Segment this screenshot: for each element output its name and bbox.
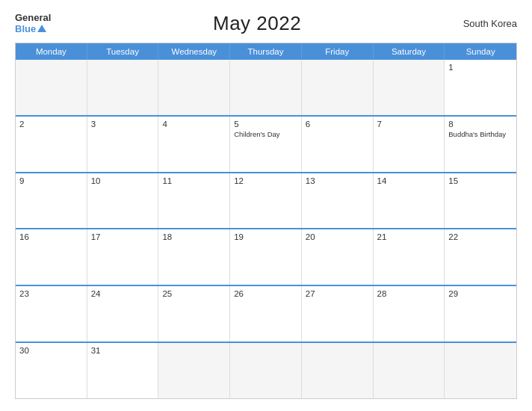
day-cell-0-4 [302,60,374,115]
day-cell-0-5 [374,60,445,115]
day-cell-3-2: 18 [158,229,230,285]
day-cell-1-2: 4 [158,117,230,172]
day-event: Children's Day [234,130,297,139]
day-cell-4-3: 26 [230,286,302,342]
logo-general-text: General [15,13,51,23]
day-cell-4-4: 27 [302,286,374,342]
header-monday: Monday [16,43,87,60]
day-cell-2-6: 15 [445,173,516,229]
calendar-grid: Monday Tuesday Wednesday Thursday Friday… [15,43,517,399]
day-cell-2-3: 12 [230,173,302,229]
day-number: 1 [448,63,513,72]
day-number: 13 [306,176,369,185]
day-cell-1-0: 2 [16,117,87,172]
day-cell-1-3: 5Children's Day [230,117,302,172]
day-number: 20 [306,232,369,241]
calendar-body: 12345Children's Day678Buddha's Birthday9… [16,60,516,398]
day-number: 6 [306,120,369,129]
header-thursday: Thursday [230,43,302,60]
day-cell-4-1: 24 [87,286,159,342]
header: General Blue May 2022 South Korea [15,12,517,35]
day-number: 27 [306,289,369,298]
day-cell-0-0 [16,60,87,115]
header-tuesday: Tuesday [87,43,159,60]
header-friday: Friday [302,43,374,60]
day-cell-2-4: 13 [302,173,374,229]
day-cell-5-6 [445,343,516,398]
day-number: 7 [377,120,441,129]
day-number: 3 [91,120,155,129]
week-row-3: 9101112131415 [16,172,516,229]
day-cell-4-0: 23 [16,286,87,342]
day-number: 12 [234,176,297,185]
day-number: 18 [162,232,226,241]
day-cell-0-6: 1 [445,60,516,115]
day-number: 4 [162,120,226,129]
day-cell-5-3 [230,343,302,398]
week-row-1: 1 [16,60,516,115]
day-number: 17 [91,232,155,241]
week-row-2: 2345Children's Day678Buddha's Birthday [16,115,516,172]
day-cell-4-5: 28 [374,286,445,342]
day-number: 19 [234,232,297,241]
header-wednesday: Wednesday [158,43,230,60]
day-number: 2 [19,120,83,129]
week-row-4: 16171819202122 [16,228,516,285]
week-row-5: 23242526272829 [16,285,516,342]
day-cell-3-4: 20 [302,229,374,285]
day-number: 24 [91,289,155,298]
day-cell-5-5 [374,343,445,398]
day-cell-1-4: 6 [302,117,374,172]
logo-triangle-icon [37,25,46,32]
day-cell-5-1: 31 [87,343,159,398]
day-number: 21 [377,232,441,241]
day-cell-2-1: 10 [87,173,159,229]
day-number: 9 [19,176,83,185]
day-cell-3-0: 16 [16,229,87,285]
day-cell-0-1 [87,60,159,115]
day-cell-3-1: 17 [87,229,159,285]
day-number: 28 [377,289,441,298]
day-cell-4-2: 25 [158,286,230,342]
day-cell-3-6: 22 [445,229,516,285]
country-label: South Korea [463,18,517,29]
day-cell-1-6: 8Buddha's Birthday [445,117,516,172]
day-number: 14 [377,176,441,185]
day-event: Buddha's Birthday [448,130,513,139]
day-cell-5-4 [302,343,374,398]
day-cell-4-6: 29 [445,286,516,342]
day-number: 15 [448,176,513,185]
day-number: 22 [448,232,513,241]
day-cell-0-2 [158,60,230,115]
day-cell-2-0: 9 [16,173,87,229]
week-row-6: 3031 [16,342,516,398]
day-number: 8 [448,120,513,129]
day-number: 5 [234,120,297,129]
day-cell-5-2 [158,343,230,398]
day-number: 10 [91,176,155,185]
day-cell-1-1: 3 [87,117,159,172]
day-cell-2-5: 14 [374,173,445,229]
calendar-page: General Blue May 2022 South Korea Monday… [0,0,532,411]
day-number: 31 [91,346,155,355]
day-cell-3-5: 21 [374,229,445,285]
header-sunday: Sunday [445,43,516,60]
day-cell-0-3 [230,60,302,115]
day-number: 16 [19,232,83,241]
day-number: 11 [162,176,226,185]
header-saturday: Saturday [374,43,445,60]
day-number: 29 [448,289,513,298]
day-number: 25 [162,289,226,298]
day-number: 30 [19,346,83,355]
day-cell-2-2: 11 [158,173,230,229]
logo-blue-text: Blue [15,24,51,34]
calendar-title: May 2022 [213,12,301,35]
day-number: 23 [19,289,83,298]
day-cell-3-3: 19 [230,229,302,285]
logo: General Blue [15,13,51,34]
day-cell-1-5: 7 [374,117,445,172]
days-header-row: Monday Tuesday Wednesday Thursday Friday… [16,43,516,60]
day-number: 26 [234,289,297,298]
day-cell-5-0: 30 [16,343,87,398]
